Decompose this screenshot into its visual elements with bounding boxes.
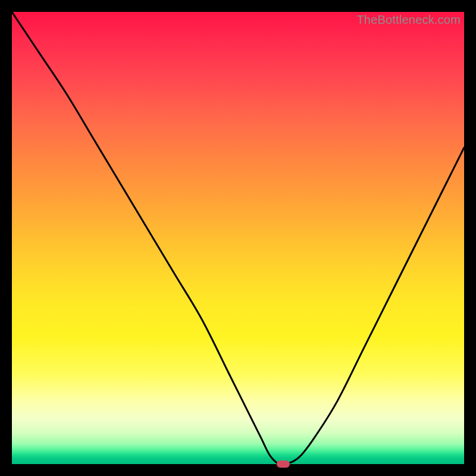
chart-frame: TheBottleneck.com	[0, 0, 476, 476]
bottleneck-curve	[12, 12, 464, 464]
optimal-point-marker	[277, 461, 290, 468]
plot-area: TheBottleneck.com	[12, 12, 464, 464]
